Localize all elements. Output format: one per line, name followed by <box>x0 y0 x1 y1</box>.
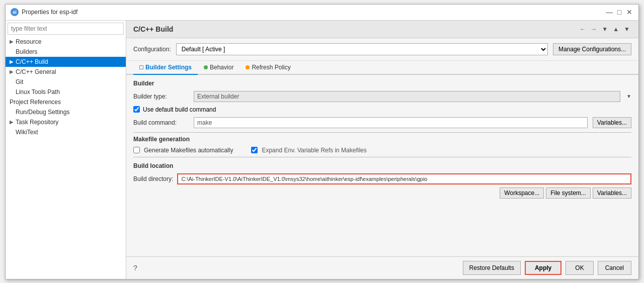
ok-button[interactable]: OK <box>566 261 593 275</box>
sidebar-item-resource[interactable]: ▶Resource <box>6 37 126 47</box>
tab-refresh-policy-label: Refresh Policy <box>252 64 290 71</box>
sidebar-item-git[interactable]: Git <box>6 77 126 87</box>
tab-refresh-policy[interactable]: Refresh Policy <box>239 61 296 75</box>
sidebar-item-label: Run/Debug Settings <box>16 109 69 116</box>
use-default-build-cmd-row: Use default build command <box>133 106 631 113</box>
sidebar-item-wikitext[interactable]: WikiText <box>6 127 126 137</box>
generate-makefiles-checkbox[interactable] <box>133 147 140 153</box>
sidebar: ▶ResourceBuilders▶C/C++ Build▶C/C++ Gene… <box>6 21 126 279</box>
arrow-icon: ▶ <box>10 69 14 74</box>
footer-right: Restore Defaults Apply OK Cancel <box>463 261 631 275</box>
sidebar-item-project-references[interactable]: Project References <box>6 97 126 107</box>
builder-type-dropdown-icon: ▼ <box>626 93 631 99</box>
main-header: C/C++ Build ← → ▼ ▲ ▼ <box>126 21 638 38</box>
use-default-build-cmd-label: Use default build command <box>143 106 216 113</box>
forward-icon[interactable]: → <box>589 25 598 34</box>
sidebar-item-label: WikiText <box>16 129 38 136</box>
build-location-title: Build location <box>133 162 631 169</box>
main-panel: C/C++ Build ← → ▼ ▲ ▼ Configuration: Def… <box>126 21 638 279</box>
build-command-row: Build command: Variables... <box>133 117 631 128</box>
sidebar-item-linux-tools[interactable]: Linux Tools Path <box>6 87 126 97</box>
expand-env-label: Expand Env. Variable Refs in Makefiles <box>262 147 366 154</box>
header-icons: ← → ▼ ▲ ▼ <box>578 25 631 34</box>
sidebar-item-label: Resource <box>16 38 41 45</box>
sidebar-item-builders[interactable]: Builders <box>6 47 126 57</box>
sidebar-item-label: C/C++ Build <box>16 58 48 65</box>
sidebar-item-run-debug[interactable]: Run/Debug Settings <box>6 107 126 117</box>
prev-icon[interactable]: ▲ <box>611 25 620 34</box>
tabs-row: Builder Settings Behavior Refresh Policy <box>126 61 638 75</box>
tab-builder-settings[interactable]: Builder Settings <box>133 61 198 75</box>
sidebar-item-label: Builders <box>16 48 37 55</box>
main-content: Builder Builder type: ▼ Use default buil… <box>126 75 638 256</box>
manage-configurations-button[interactable]: Manage Configurations... <box>553 43 631 55</box>
makefile-row: Generate Makefiles automatically Expand … <box>133 147 631 154</box>
behavior-tab-icon <box>204 65 208 69</box>
builder-type-input <box>194 91 620 102</box>
tab-behavior-label: Behavior <box>210 64 233 71</box>
title-bar: ai Properties for esp-idf — □ ✕ <box>6 5 638 21</box>
build-dir-label: Build directory: <box>133 175 173 182</box>
build-command-input[interactable] <box>194 117 588 128</box>
build-dir-input[interactable] <box>177 173 631 184</box>
sidebar-items-container: ▶ResourceBuilders▶C/C++ Build▶C/C++ Gene… <box>6 37 126 137</box>
sidebar-item-label: Linux Tools Path <box>16 88 60 96</box>
sidebar-item-task-repo[interactable]: ▶Task Repository <box>6 117 126 127</box>
separator-1 <box>133 132 631 133</box>
build-dir-row: Build directory: <box>133 173 631 184</box>
builder-settings-tab-icon <box>139 65 143 69</box>
sidebar-item-cpp-build[interactable]: ▶C/C++ Build <box>6 57 126 67</box>
restore-defaults-button[interactable]: Restore Defaults <box>463 261 521 275</box>
minimize-button[interactable]: — <box>605 8 613 16</box>
back-icon[interactable]: ← <box>578 25 587 34</box>
expand-env-checkbox[interactable] <box>251 147 258 153</box>
generate-makefiles-label: Generate Makefiles automatically <box>144 147 233 154</box>
footer-left: ? <box>133 264 137 272</box>
config-row: Configuration: Default [ Active ] Manage… <box>126 38 638 61</box>
filter-input[interactable] <box>8 23 124 35</box>
panel-title: C/C++ Build <box>133 25 173 33</box>
workspace-button[interactable]: Workspace... <box>500 187 544 199</box>
sidebar-item-label: Project References <box>10 99 61 106</box>
menu-icon[interactable]: ▼ <box>600 25 609 34</box>
arrow-icon: ▶ <box>10 39 14 44</box>
apply-button[interactable]: Apply <box>525 261 561 275</box>
filesystem-button[interactable]: File system... <box>546 187 591 199</box>
properties-dialog: ai Properties for esp-idf — □ ✕ ▶Resourc… <box>5 4 639 279</box>
build-location-section: Build location Build directory: Workspac… <box>133 162 631 199</box>
tab-behavior[interactable]: Behavior <box>198 61 239 75</box>
next-icon[interactable]: ▼ <box>622 25 631 34</box>
title-bar-left: ai Properties for esp-idf <box>11 8 77 16</box>
builder-type-row: Builder type: ▼ <box>133 91 631 102</box>
use-default-build-cmd-checkbox[interactable] <box>133 106 140 113</box>
close-button[interactable]: ✕ <box>625 8 633 16</box>
arrow-icon: ▶ <box>10 59 14 64</box>
build-command-label: Build command: <box>133 119 189 126</box>
sidebar-item-label: C/C++ General <box>16 68 56 75</box>
help-icon[interactable]: ? <box>133 264 137 272</box>
title-bar-controls: — □ ✕ <box>605 8 633 16</box>
dialog-content: ▶ResourceBuilders▶C/C++ Build▶C/C++ Gene… <box>6 21 638 279</box>
config-select[interactable]: Default [ Active ] <box>176 43 548 55</box>
sidebar-item-label: Task Repository <box>16 119 58 126</box>
sidebar-item-label: Git <box>16 78 23 85</box>
config-label: Configuration: <box>133 46 171 53</box>
separator-2 <box>133 157 631 157</box>
cancel-button[interactable]: Cancel <box>598 261 631 275</box>
build-buttons-row: Workspace... File system... Variables... <box>133 187 631 199</box>
sidebar-item-cpp-general[interactable]: ▶C/C++ General <box>6 67 126 77</box>
tab-builder-settings-label: Builder Settings <box>145 64 192 71</box>
builder-section-title: Builder <box>133 80 631 87</box>
builder-type-label: Builder type: <box>133 93 189 100</box>
makefile-section-title: Makefile generation <box>133 136 631 143</box>
refresh-policy-tab-icon <box>246 65 250 69</box>
variables-button[interactable]: Variables... <box>593 117 631 128</box>
app-icon: ai <box>11 8 19 16</box>
maximize-button[interactable]: □ <box>615 8 623 16</box>
arrow-icon: ▶ <box>10 119 14 125</box>
dialog-title: Properties for esp-idf <box>22 9 77 16</box>
footer: ? Restore Defaults Apply OK Cancel <box>126 256 638 279</box>
variables2-button[interactable]: Variables... <box>593 187 631 199</box>
